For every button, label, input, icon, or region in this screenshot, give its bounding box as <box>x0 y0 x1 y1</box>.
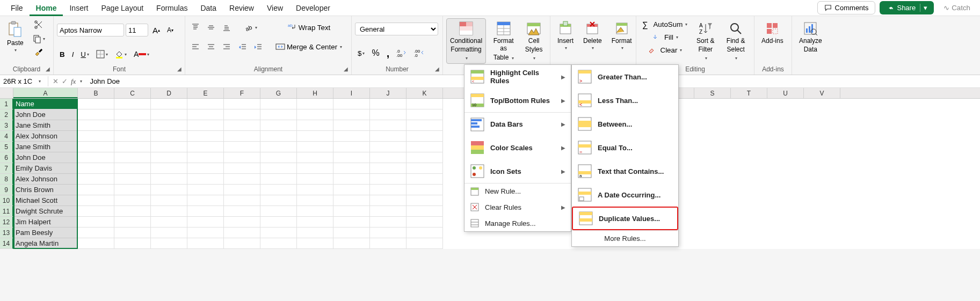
menu-less-than[interactable]: < Less Than... <box>572 89 678 112</box>
row-header[interactable]: 8 <box>0 174 13 185</box>
cell[interactable] <box>151 174 187 185</box>
cell[interactable] <box>224 238 260 249</box>
cell[interactable] <box>297 217 333 227</box>
cell[interactable]: Alex Johnson <box>13 174 78 185</box>
menu-color-scales[interactable]: Color Scales ▶ <box>464 136 571 159</box>
cell[interactable] <box>114 120 151 131</box>
cell[interactable] <box>151 109 187 120</box>
cell[interactable] <box>260 227 297 238</box>
cell[interactable] <box>370 185 406 195</box>
format-painter-button[interactable] <box>30 46 48 59</box>
format-as-table-button[interactable]: Format as Table ▾ <box>488 18 519 64</box>
font-name-combo[interactable] <box>57 24 124 36</box>
cell[interactable]: Jane Smith <box>13 142 78 152</box>
cell[interactable] <box>224 217 260 227</box>
cell[interactable] <box>114 131 151 142</box>
menu-text-contains[interactable]: a Text that Contains... <box>572 159 678 183</box>
cell[interactable] <box>297 185 333 195</box>
align-top-button[interactable] <box>188 21 202 33</box>
row-header[interactable]: 3 <box>0 120 13 131</box>
cell[interactable] <box>78 142 114 152</box>
delete-cells-button[interactable]: Delete▾ <box>579 18 606 54</box>
menu-data-bars[interactable]: Data Bars ▶ <box>464 112 571 136</box>
menu-greater-than[interactable]: > Greater Than... <box>572 65 678 89</box>
number-format-combo[interactable]: General <box>355 23 438 35</box>
cell[interactable] <box>370 152 406 163</box>
find-select-button[interactable]: Find & Select ▾ <box>721 18 751 64</box>
cell[interactable] <box>151 99 187 109</box>
cell[interactable] <box>333 238 370 249</box>
sort-filter-button[interactable]: AZ Sort & Filter ▾ <box>692 18 718 64</box>
cell[interactable] <box>114 217 151 227</box>
cell[interactable] <box>187 163 224 174</box>
cell[interactable] <box>406 185 443 195</box>
row-header[interactable]: 7 <box>0 163 13 174</box>
row-header[interactable]: 1 <box>0 99 13 109</box>
row-header[interactable]: 12 <box>0 217 13 227</box>
dialog-launcher-icon[interactable]: ◢ <box>46 66 52 72</box>
cell[interactable] <box>333 131 370 142</box>
cell[interactable] <box>78 174 114 185</box>
cell[interactable] <box>260 142 297 152</box>
menu-more-rules[interactable]: More Rules... <box>572 230 678 246</box>
column-header[interactable]: E <box>187 88 224 98</box>
cell[interactable] <box>370 163 406 174</box>
underline-button[interactable]: U▾ <box>78 49 92 60</box>
insert-cells-button[interactable]: Insert▾ <box>554 18 577 54</box>
cell[interactable] <box>151 217 187 227</box>
addins-button[interactable]: Add-ins <box>758 18 787 47</box>
column-header[interactable]: V <box>804 88 840 98</box>
cell[interactable] <box>333 185 370 195</box>
align-bottom-button[interactable] <box>220 21 234 33</box>
cell[interactable] <box>114 109 151 120</box>
cell[interactable] <box>370 99 406 109</box>
comments-button[interactable]: Comments <box>817 1 876 14</box>
cell[interactable] <box>78 109 114 120</box>
column-header[interactable]: F <box>224 88 260 98</box>
tab-formulas[interactable]: Formulas <box>150 0 194 16</box>
cell[interactable] <box>406 131 443 142</box>
chevron-down-icon[interactable]: ▾ <box>39 79 41 84</box>
wrap-text-button[interactable]: abWrap Text <box>273 21 345 34</box>
cut-button[interactable] <box>30 18 48 31</box>
decrease-font-button[interactable]: A▾ <box>164 25 176 35</box>
cell[interactable] <box>187 99 224 109</box>
cell[interactable]: John Doe <box>13 152 78 163</box>
cell[interactable] <box>224 131 260 142</box>
cell[interactable] <box>260 163 297 174</box>
paste-button[interactable]: Paste ▾ <box>3 18 27 56</box>
cell[interactable] <box>78 152 114 163</box>
menu-clear-rules[interactable]: Clear Rules ▶ <box>464 199 571 215</box>
cell[interactable] <box>333 195 370 206</box>
cell[interactable] <box>151 152 187 163</box>
align-middle-button[interactable] <box>204 21 218 33</box>
cell[interactable] <box>114 174 151 185</box>
cell[interactable] <box>406 120 443 131</box>
fill-button[interactable]: Fill▾ <box>640 32 690 43</box>
dialog-launcher-icon[interactable]: ◢ <box>177 66 184 72</box>
clear-button[interactable]: Clear▾ <box>640 45 690 56</box>
cell[interactable]: Alex Johnson <box>13 131 78 142</box>
menu-equal-to[interactable]: = Equal To... <box>572 136 678 159</box>
cell[interactable] <box>297 99 333 109</box>
column-header[interactable]: T <box>731 88 767 98</box>
align-center-button[interactable] <box>204 41 218 53</box>
cell[interactable] <box>260 195 297 206</box>
cell[interactable] <box>406 142 443 152</box>
cell[interactable] <box>260 185 297 195</box>
cell[interactable] <box>78 195 114 206</box>
cell-styles-button[interactable]: Cell Styles ▾ <box>521 18 547 64</box>
cell[interactable] <box>370 120 406 131</box>
cell[interactable] <box>406 206 443 217</box>
cell[interactable] <box>187 142 224 152</box>
cell[interactable] <box>406 217 443 227</box>
cell[interactable] <box>224 109 260 120</box>
row-header[interactable]: 5 <box>0 142 13 152</box>
align-right-button[interactable] <box>220 41 234 53</box>
cell[interactable]: Dwight Schrute <box>13 206 78 217</box>
cell[interactable] <box>370 131 406 142</box>
row-header[interactable]: 6 <box>0 152 13 163</box>
cell[interactable] <box>260 217 297 227</box>
cell[interactable] <box>297 142 333 152</box>
tab-home[interactable]: Home <box>30 0 63 16</box>
